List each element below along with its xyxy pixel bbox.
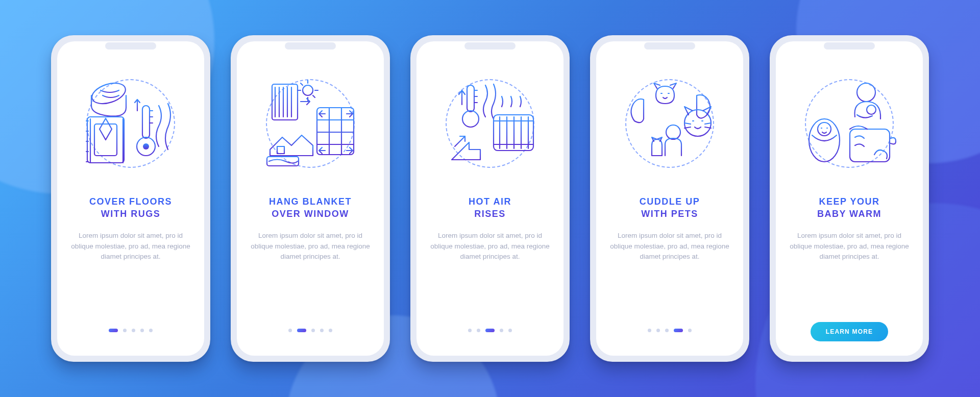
pets-cuddle-icon (616, 70, 723, 177)
dot[interactable] (656, 329, 660, 332)
dot[interactable] (140, 329, 144, 332)
svg-rect-9 (267, 157, 299, 166)
dot[interactable] (288, 329, 292, 332)
dot-active (485, 329, 495, 332)
svg-rect-3 (142, 106, 150, 138)
svg-point-16 (857, 83, 875, 102)
svg-point-17 (867, 105, 876, 114)
dot[interactable] (320, 329, 324, 332)
screen-description: Lorem ipsum dolor sit amet, pro id obliq… (430, 231, 550, 263)
dot[interactable] (648, 329, 651, 332)
svg-rect-6 (272, 84, 298, 120)
screen-description: Lorem ipsum dolor sit amet, pro id obliq… (250, 231, 371, 263)
dot[interactable] (329, 329, 332, 332)
dot[interactable] (477, 329, 480, 332)
dot[interactable] (688, 329, 692, 332)
screen-description: Lorem ipsum dolor sit amet, pro id obliq… (789, 231, 910, 263)
onboarding-screen: KEEP YOUR BABY WARM Lorem ipsum dolor si… (776, 41, 923, 356)
page-indicator (468, 322, 512, 341)
illustration (796, 70, 903, 177)
baby-warm-icon (796, 70, 903, 177)
dot-active (674, 329, 683, 332)
onboarding-screen: HOT AIR RISES Lorem ipsum dolor sit amet… (416, 41, 564, 356)
page-indicator (648, 322, 692, 341)
dot[interactable] (500, 329, 503, 332)
svg-point-0 (89, 79, 128, 107)
phone-frame: CUDDLE UP WITH PETS Lorem ipsum dolor si… (590, 35, 749, 362)
svg-rect-8 (277, 146, 284, 154)
screen-title: COVER FLOORS WITH RUGS (89, 195, 172, 220)
screen-title: KEEP YOUR BABY WARM (817, 195, 881, 220)
hot-air-radiator-icon (436, 70, 544, 177)
screen-title: CUDDLE UP WITH PETS (640, 195, 700, 220)
phone-frame: HOT AIR RISES Lorem ipsum dolor sit amet… (410, 35, 570, 362)
dot[interactable] (665, 329, 669, 332)
svg-rect-11 (467, 85, 474, 112)
page-indicator (109, 322, 153, 341)
screen-title: HANG BLANKET OVER WINDOW (269, 195, 352, 220)
phone-frame: HANG BLANKET OVER WINDOW Lorem ipsum dol… (231, 35, 390, 362)
svg-point-12 (462, 111, 479, 127)
onboarding-stage: COVER FLOORS WITH RUGS Lorem ipsum dolor… (0, 0, 980, 397)
screen-title: HOT AIR RISES (469, 195, 511, 220)
illustration (77, 70, 184, 177)
phone-frame: COVER FLOORS WITH RUGS Lorem ipsum dolor… (51, 35, 210, 362)
dot[interactable] (311, 329, 315, 332)
onboarding-screen: COVER FLOORS WITH RUGS Lorem ipsum dolor… (57, 41, 204, 356)
onboarding-screen: HANG BLANKET OVER WINDOW Lorem ipsum dol… (237, 41, 384, 356)
learn-more-button[interactable]: LEARN MORE (811, 322, 889, 341)
illustration (436, 70, 544, 177)
screen-description: Lorem ipsum dolor sit amet, pro id obliq… (609, 231, 730, 263)
rug-thermometer-icon (77, 70, 184, 177)
onboarding-screen: CUDDLE UP WITH PETS Lorem ipsum dolor si… (596, 41, 743, 356)
dot-active (109, 329, 118, 332)
svg-point-19 (818, 122, 831, 136)
dot[interactable] (468, 329, 472, 332)
svg-point-7 (303, 85, 313, 95)
dot[interactable] (508, 329, 512, 332)
screen-description: Lorem ipsum dolor sit amet, pro id obliq… (70, 231, 191, 263)
illustration (616, 70, 723, 177)
dot[interactable] (123, 329, 127, 332)
illustration (257, 70, 364, 177)
phone-frame: KEEP YOUR BABY WARM Lorem ipsum dolor si… (770, 35, 929, 362)
svg-point-15 (666, 125, 680, 139)
dot-active (297, 329, 306, 332)
blanket-window-icon (257, 70, 364, 177)
dot[interactable] (132, 329, 135, 332)
svg-point-5 (143, 143, 149, 150)
dot[interactable] (149, 329, 153, 332)
page-indicator (288, 322, 332, 341)
